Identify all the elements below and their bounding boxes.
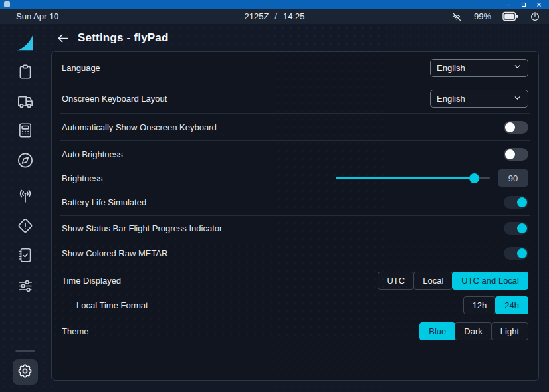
setting-row-theme: Theme Blue Dark Light (60, 316, 530, 345)
keyboard-layout-select[interactable]: English (430, 90, 528, 108)
maximize-button[interactable] (516, 0, 531, 9)
colored-metar-toggle[interactable] (504, 247, 528, 260)
gear-icon (17, 363, 33, 382)
setting-group-time: Time Displayed UTC Local UTC and Local L… (60, 266, 530, 316)
brightness-slider-fill (336, 177, 475, 179)
time-displayed-label: Time Displayed (62, 276, 121, 286)
sidebar-item-ground-services[interactable] (16, 93, 34, 111)
colored-metar-label: Show Colored Raw METAR (62, 248, 167, 258)
setting-row-time-displayed: Time Displayed UTC Local UTC and Local (60, 266, 530, 294)
setting-row-brightness: Brightness 90 (60, 167, 530, 189)
chevron-down-icon (513, 94, 522, 104)
wifi-off-icon (451, 11, 463, 23)
brightness-slider-knob[interactable] (469, 173, 479, 183)
sidebar-item-settings[interactable] (13, 359, 38, 385)
sidebar-item-dashboard[interactable] (17, 63, 34, 80)
setting-row-local-time-format: Local Time Format 12h 24h (60, 294, 530, 316)
time-displayed-option-local[interactable]: Local (413, 272, 453, 290)
flight-progress-label: Show Status Bar Flight Progress Indicato… (62, 223, 222, 233)
status-time-separator: / (274, 9, 277, 24)
language-select-value: English (437, 63, 465, 73)
status-local-time: 14:25 (283, 9, 305, 24)
time-displayed-group: UTC Local UTC and Local (378, 272, 528, 290)
minimize-button[interactable] (500, 0, 516, 9)
battery-icon (502, 11, 518, 21)
window-controls (500, 0, 546, 9)
sidebar-item-atc[interactable] (16, 187, 35, 205)
window-title-bar (0, 0, 549, 9)
flight-progress-toggle[interactable] (504, 222, 528, 235)
setting-row-flight-progress: Show Status Bar Flight Progress Indicato… (60, 216, 530, 241)
auto-show-keyboard-toggle[interactable] (504, 121, 528, 134)
keyboard-layout-select-value: English (437, 94, 465, 104)
battery-life-toggle[interactable] (504, 196, 528, 209)
sidebar-item-checklists[interactable] (17, 246, 34, 264)
brightness-value: 90 (498, 169, 528, 187)
setting-row-battery-life: Battery Life Simulated (60, 189, 530, 216)
local-time-format-label: Local Time Format (62, 300, 148, 310)
theme-label: Theme (62, 326, 88, 336)
setting-row-language: Language English (60, 52, 530, 84)
time-displayed-option-utc[interactable]: UTC (378, 272, 414, 290)
status-clock: 2125Z / 14:25 (244, 9, 304, 24)
sidebar (0, 24, 50, 392)
brightness-label: Brightness (62, 173, 102, 183)
theme-group: Blue Dark Light (419, 322, 528, 340)
flypad-window: Sun Apr 10 2125Z / 14:25 99% (0, 0, 549, 392)
sidebar-item-navigation[interactable] (16, 151, 34, 169)
status-indicators: 99% (451, 9, 540, 24)
setting-row-colored-metar: Show Colored Raw METAR (60, 241, 530, 266)
setting-row-auto-brightness: Auto Brightness (60, 141, 530, 167)
status-bar: Sun Apr 10 2125Z / 14:25 99% (0, 9, 549, 24)
local-time-format-option-12h[interactable]: 12h (463, 296, 496, 314)
app-icon (4, 1, 10, 7)
theme-option-light[interactable]: Light (491, 322, 528, 340)
theme-option-dark[interactable]: Dark (455, 322, 491, 340)
status-date: Sun Apr 10 (16, 9, 58, 24)
sidebar-item-performance[interactable] (17, 122, 34, 139)
language-label: Language (62, 63, 100, 73)
back-button[interactable] (56, 31, 70, 45)
setting-group-brightness: Auto Brightness Brightness 90 (60, 141, 530, 189)
auto-brightness-label: Auto Brightness (62, 149, 123, 159)
settings-panel: Language English Onscreen Keyboard Layou… (51, 51, 539, 381)
local-time-format-group: 12h 24h (463, 296, 528, 314)
app-area: Settings - flyPad Language English Onscr… (0, 24, 549, 392)
sidebar-item-presets[interactable] (16, 277, 34, 295)
chevron-down-icon (513, 62, 522, 73)
sidebar-divider (15, 350, 35, 352)
close-icon[interactable] (531, 0, 546, 9)
page-header: Settings - flyPad (50, 24, 169, 52)
power-icon[interactable] (530, 11, 540, 22)
battery-life-label: Battery Life Simulated (62, 197, 146, 207)
page-title: Settings - flyPad (78, 31, 169, 45)
brightness-slider[interactable] (336, 173, 490, 183)
flybywire-logo-icon[interactable] (15, 33, 35, 53)
language-select[interactable]: English (430, 59, 528, 77)
setting-row-keyboard-layout: Onscreen Keyboard Layout English (60, 84, 530, 114)
auto-brightness-toggle[interactable] (504, 148, 528, 161)
theme-option-blue[interactable]: Blue (419, 322, 455, 340)
status-zulu-time: 2125Z (244, 9, 269, 24)
setting-row-auto-show-keyboard: Automatically Show Onscreen Keyboard (60, 114, 530, 141)
time-displayed-option-utc-and-local[interactable]: UTC and Local (452, 272, 528, 290)
battery-percent: 99% (474, 11, 491, 21)
sidebar-item-failures[interactable] (16, 217, 34, 235)
keyboard-layout-label: Onscreen Keyboard Layout (62, 94, 167, 104)
auto-show-keyboard-label: Automatically Show Onscreen Keyboard (62, 122, 217, 132)
local-time-format-option-24h[interactable]: 24h (495, 296, 528, 314)
